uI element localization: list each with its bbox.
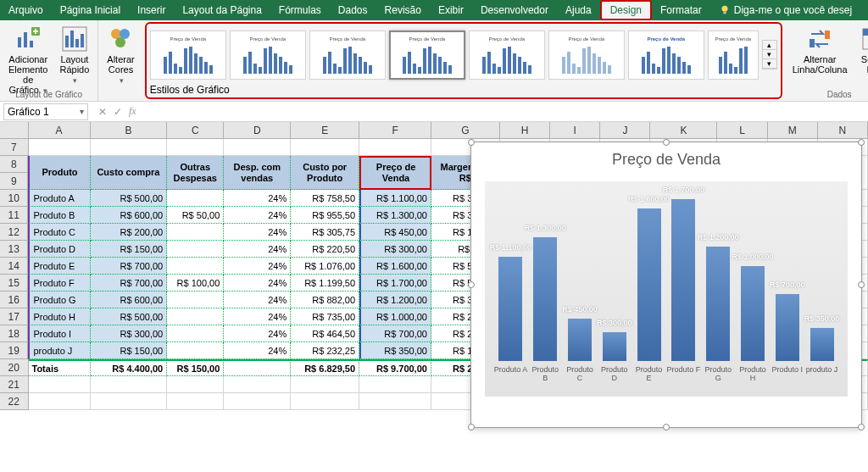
- cell[interactable]: 24%: [224, 325, 291, 342]
- cell[interactable]: R$ 735,00: [291, 308, 359, 325]
- chart-style-8[interactable]: Preço de Venda: [708, 31, 759, 80]
- row-header[interactable]: 89: [0, 156, 28, 190]
- cell[interactable]: [167, 190, 224, 207]
- cell[interactable]: R$ 700,00: [91, 258, 168, 275]
- chart-resize-handle[interactable]: [858, 424, 865, 430]
- cell[interactable]: [359, 139, 431, 156]
- cell[interactable]: [167, 376, 224, 393]
- cell[interactable]: R$ 300,00: [91, 325, 168, 342]
- chart-resize-handle[interactable]: [663, 139, 670, 146]
- chart-style-7[interactable]: Preço de Venda: [628, 31, 704, 80]
- cell[interactable]: R$ 500,00: [91, 308, 168, 325]
- cell[interactable]: R$ 150,00: [167, 359, 224, 376]
- name-box[interactable]: Gráfico 1: [3, 103, 88, 120]
- switch-row-col-button[interactable]: Alternar Linha/Coluna: [789, 24, 851, 76]
- cell[interactable]: R$ 9.700,00: [359, 359, 431, 376]
- embedded-chart[interactable]: Preço de Venda R$ 1.100,00R$ 1.300,00R$ …: [470, 142, 862, 428]
- cell[interactable]: R$ 955,50: [291, 207, 359, 224]
- row-header[interactable]: 12: [0, 224, 28, 241]
- cell[interactable]: Produto A: [28, 190, 90, 207]
- col-header-L[interactable]: L: [717, 122, 767, 138]
- cell[interactable]: R$ 1.076,00: [291, 258, 359, 275]
- cell[interactable]: 24%: [224, 241, 291, 258]
- cell[interactable]: R$ 500,00: [91, 190, 168, 207]
- row-header[interactable]: 17: [0, 308, 28, 325]
- chart-resize-handle[interactable]: [663, 424, 670, 430]
- cell[interactable]: R$ 882,00: [291, 292, 359, 308]
- cell[interactable]: [29, 139, 91, 156]
- cell[interactable]: [291, 393, 359, 410]
- cell[interactable]: R$ 1.199,50: [291, 275, 359, 292]
- cell[interactable]: Custo compra: [91, 156, 168, 190]
- cell[interactable]: R$ 220,50: [291, 241, 359, 258]
- cell[interactable]: [167, 139, 224, 156]
- cell[interactable]: produto J: [28, 342, 90, 359]
- cell[interactable]: 24%: [224, 308, 291, 325]
- cell[interactable]: 24%: [224, 207, 291, 224]
- col-header-H[interactable]: H: [500, 122, 550, 138]
- chart-title[interactable]: Preço de Venda: [471, 142, 861, 174]
- cell[interactable]: R$ 1.200,00: [359, 292, 431, 308]
- cell[interactable]: Produto C: [28, 224, 90, 241]
- cell[interactable]: [167, 224, 224, 241]
- cell[interactable]: R$ 150,00: [91, 241, 168, 258]
- fx-icon[interactable]: fx: [129, 105, 136, 118]
- gallery-more[interactable]: ▾: [763, 59, 776, 69]
- add-chart-element-button[interactable]: Adicionar Elemento de Gráfico: [5, 24, 51, 97]
- chart-style-2[interactable]: Preço de Venda: [230, 31, 306, 80]
- row-header[interactable]: 21: [0, 376, 29, 393]
- cell[interactable]: Produto F: [28, 275, 90, 292]
- row-header[interactable]: 10: [0, 190, 28, 207]
- cell[interactable]: Desp. com vendas: [224, 156, 291, 190]
- cell[interactable]: R$ 700,00: [359, 325, 431, 342]
- row-header[interactable]: 7: [0, 139, 29, 156]
- accept-formula-icon[interactable]: ✓: [114, 106, 122, 118]
- row-header[interactable]: 20: [0, 359, 29, 376]
- tab-dados[interactable]: Dados: [330, 0, 376, 20]
- select-all-corner[interactable]: [0, 122, 29, 138]
- chart-style-4[interactable]: Preço de Venda: [389, 31, 465, 80]
- cell[interactable]: [167, 292, 224, 308]
- cell[interactable]: R$ 100,00: [167, 275, 224, 292]
- cell[interactable]: R$ 6.829,50: [291, 359, 359, 376]
- col-header-G[interactable]: G: [431, 122, 500, 138]
- cell[interactable]: R$ 4.400,00: [91, 359, 168, 376]
- tell-me-box[interactable]: Diga-me o que você desej: [710, 0, 860, 20]
- chart-resize-handle[interactable]: [468, 281, 475, 288]
- cell[interactable]: Produto D: [28, 241, 90, 258]
- chart-style-3[interactable]: Preço de Venda: [309, 31, 386, 80]
- cell[interactable]: Custo por Produto: [291, 156, 359, 190]
- select-data-button[interactable]: Selec Da: [856, 24, 868, 76]
- chart-bar[interactable]: R$ 1.200,00: [706, 190, 730, 361]
- cell[interactable]: [359, 376, 431, 393]
- chart-bar[interactable]: R$ 300,00: [603, 190, 626, 361]
- change-colors-button[interactable]: Alterar Cores: [103, 24, 137, 87]
- cell[interactable]: R$ 450,00: [359, 224, 431, 241]
- tab-layout-pagina[interactable]: Layout da Página: [174, 0, 270, 20]
- chart-resize-handle[interactable]: [858, 139, 865, 146]
- cell[interactable]: Produto B: [28, 207, 90, 224]
- tab-formatar[interactable]: Formatar: [652, 0, 710, 20]
- chart-bar[interactable]: R$ 1.600,00: [637, 190, 661, 361]
- cell[interactable]: R$ 150,00: [91, 342, 168, 359]
- chart-bar[interactable]: R$ 1.700,00: [671, 190, 695, 361]
- col-header-E[interactable]: E: [291, 122, 359, 138]
- cell[interactable]: R$ 1.700,00: [359, 275, 431, 292]
- col-header-D[interactable]: D: [224, 122, 291, 138]
- cell[interactable]: [167, 393, 224, 410]
- col-header-M[interactable]: M: [768, 122, 818, 138]
- cell[interactable]: [91, 393, 168, 410]
- cell[interactable]: [91, 376, 168, 393]
- col-header-F[interactable]: F: [359, 122, 431, 138]
- cell[interactable]: Produto H: [28, 308, 90, 325]
- cell[interactable]: R$ 200,00: [91, 224, 168, 241]
- chart-resize-handle[interactable]: [468, 139, 475, 146]
- row-header[interactable]: 14: [0, 258, 28, 275]
- chart-resize-handle[interactable]: [468, 424, 475, 430]
- cell[interactable]: [224, 139, 291, 156]
- cell[interactable]: [167, 241, 224, 258]
- cell[interactable]: R$ 300,00: [359, 241, 431, 258]
- cell[interactable]: 24%: [224, 275, 291, 292]
- col-header-I[interactable]: I: [550, 122, 600, 138]
- cell[interactable]: R$ 50,00: [167, 207, 224, 224]
